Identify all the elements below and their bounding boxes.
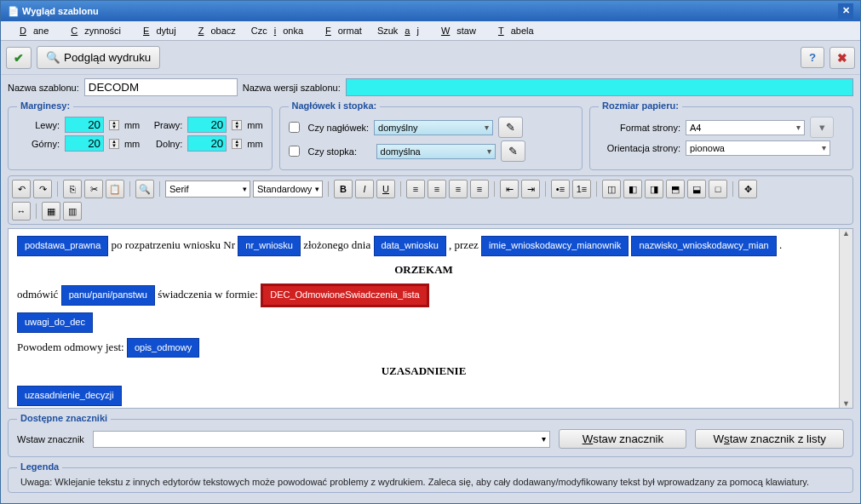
window-title: Wygląd szablonu — [22, 6, 99, 16]
menu-szukaj[interactable]: Szukaj — [370, 23, 426, 38]
editor-content[interactable]: podstawa_prawna po rozpatrzeniu wniosku … — [9, 229, 839, 408]
menu-czynnosci[interactable]: Czynności — [57, 23, 128, 38]
tag-uwagi-do-dec[interactable]: uwagi_do_dec — [17, 312, 93, 333]
marker-combo[interactable] — [93, 431, 551, 448]
menu-zobacz[interactable]: Zobacz — [185, 23, 243, 38]
version-name-input[interactable] — [346, 78, 853, 96]
text-segment: złożonego dnia — [303, 238, 373, 251]
menu-dane[interactable]: Dane — [6, 23, 55, 38]
tag-uzasadnienie-decyzji[interactable]: uzasadnienie_decyzji — [17, 386, 122, 406]
print-preview-button[interactable]: 🔍Podgląd wydruku — [37, 46, 160, 69]
app-icon: 📄 — [8, 6, 20, 16]
align-right-button[interactable]: ≡ — [449, 180, 468, 198]
bold-button[interactable]: B — [334, 180, 353, 198]
undo-button[interactable]: ↶ — [12, 180, 31, 198]
copy-button[interactable]: ⎘ — [63, 180, 82, 198]
template-name-label: Nazwa szablonu: — [8, 83, 79, 93]
border-none-button[interactable]: □ — [709, 180, 727, 198]
markers-legend: Dostępne znaczniki — [17, 413, 111, 423]
tag-nazwisko-wnioskodawcy[interactable]: nazwisko_wnioskodawcy_mian — [631, 236, 776, 256]
footer-combo[interactable]: domyślna — [376, 144, 496, 159]
menu-edytuj[interactable]: Edytuj — [129, 23, 183, 38]
text-segment: odmówić — [17, 288, 61, 301]
margin-right-spinner[interactable]: ▲▼ — [232, 120, 242, 130]
align-left-button[interactable]: ≡ — [406, 180, 425, 198]
menu-format[interactable]: Format — [312, 23, 369, 38]
pencil-icon: ✎ — [508, 145, 518, 158]
zoom-button[interactable]: 🔍 — [135, 180, 154, 198]
margin-top-label: Górny: — [17, 139, 60, 149]
tag-data-wniosku[interactable]: data_wniosku — [374, 236, 446, 256]
margin-top-spinner[interactable]: ▲▼ — [109, 139, 119, 149]
vertical-scrollbar[interactable]: ▲▼ — [839, 229, 852, 408]
indent-right-button[interactable]: ⇥ — [521, 180, 540, 198]
table-button-2[interactable]: ▥ — [63, 202, 82, 220]
font-family-combo[interactable]: Serif — [165, 180, 250, 198]
header-checkbox[interactable] — [289, 122, 300, 133]
margin-right-label: Prawy: — [145, 120, 182, 130]
editor-toolbar: ↶ ↷ ⎘ ✂ 📋 🔍 Serif Standardowy B I U ≡ ≡ … — [8, 175, 853, 225]
margin-bottom-spinner[interactable]: ▲▼ — [232, 139, 242, 149]
paper-orient-combo[interactable]: pionowa — [686, 140, 830, 156]
tag-imie-wnioskodawcy[interactable]: imie_wnioskodawcy_mianownik — [481, 236, 629, 256]
table-button-1[interactable]: ▦ — [42, 202, 60, 220]
border-left-button[interactable]: ◧ — [623, 180, 642, 198]
italic-button[interactable]: I — [355, 180, 374, 198]
margin-top-input[interactable] — [65, 135, 104, 152]
indent-left-button[interactable]: ⇤ — [500, 180, 519, 198]
paper-format-extra-button: ▾ — [810, 117, 834, 138]
underline-button[interactable]: U — [376, 180, 395, 198]
border-all-button[interactable]: ◫ — [602, 180, 621, 198]
menu-tabela[interactable]: Tabela — [485, 23, 541, 38]
font-style-combo[interactable]: Standardowy — [253, 180, 323, 198]
help-icon: ? — [809, 51, 816, 64]
help-button[interactable]: ? — [801, 47, 824, 68]
tag-panu-pani[interactable]: panu/pani/panstwu — [61, 285, 155, 306]
margin-right-input[interactable] — [187, 117, 227, 133]
paper-orient-label: Orientacja strony: — [599, 143, 680, 153]
insert-marker-from-list-button[interactable]: Wstaw znacznik z listy — [695, 429, 844, 449]
menu-czcionka[interactable]: Czcionka — [244, 23, 310, 38]
margin-left-label: Lewy: — [17, 120, 60, 130]
margin-left-input[interactable] — [65, 117, 104, 133]
insert-marker-button[interactable]: Wstaw znacznik — [559, 429, 686, 449]
main-toolbar: ✔ 🔍Podgląd wydruku ? ✖ — [1, 41, 860, 75]
tag-nr-wniosku[interactable]: nr_wniosku — [238, 236, 301, 256]
extra-button-1[interactable]: ↔ — [12, 202, 31, 220]
text-segment: , przez — [449, 238, 481, 251]
tag-opis-odmowy[interactable]: opis_odmowy — [127, 338, 199, 358]
menu-wstaw[interactable]: Wstaw — [428, 23, 483, 38]
tag-odmowione-swiadczenia[interactable]: DEC_OdmowioneSwiadczenia_lista — [261, 284, 428, 307]
close-button[interactable]: ✕ — [838, 3, 853, 19]
align-center-button[interactable]: ≡ — [428, 180, 446, 198]
paste-button[interactable]: 📋 — [106, 180, 124, 198]
header-edit-button[interactable]: ✎ — [498, 117, 523, 138]
heading-uzasadnienie: UZASADNIENIE — [17, 363, 830, 381]
header-combo[interactable]: domyślny — [374, 120, 493, 135]
paper-format-combo[interactable]: A4 — [686, 120, 805, 135]
border-bottom-button[interactable]: ⬓ — [687, 180, 706, 198]
tag-podstawa-prawna[interactable]: podstawa_prawna — [17, 236, 108, 256]
list-bullet-button[interactable]: •≡ — [551, 180, 570, 198]
footer-edit-button[interactable]: ✎ — [501, 140, 525, 162]
align-justify-button[interactable]: ≡ — [470, 180, 489, 198]
margin-bottom-input[interactable] — [187, 135, 227, 152]
magnifier-icon: 🔍 — [46, 51, 60, 64]
margin-top-unit: mm — [124, 139, 140, 149]
margins-fieldset: Marginesy: Lewy: ▲▼ mm Prawy: ▲▼ mm Górn… — [8, 106, 273, 170]
move-button[interactable]: ✥ — [738, 180, 757, 198]
list-number-button[interactable]: 1≡ — [572, 180, 591, 198]
border-top-button[interactable]: ⬒ — [666, 180, 685, 198]
header-footer-fieldset: Nagłówek i stopka: Czy nagłówek: domyśln… — [279, 106, 583, 170]
accept-button[interactable]: ✔ — [6, 47, 32, 69]
cancel-button[interactable]: ✖ — [829, 47, 855, 69]
text-segment: świadczenia w formie: — [158, 288, 258, 301]
cut-button[interactable]: ✂ — [84, 180, 103, 198]
redo-button[interactable]: ↷ — [33, 180, 52, 198]
template-name-input[interactable] — [84, 78, 238, 96]
paper-legend: Rozmiar papieru: — [599, 100, 682, 111]
margin-left-spinner[interactable]: ▲▼ — [109, 120, 119, 130]
footer-checkbox[interactable] — [289, 146, 300, 157]
border-right-button[interactable]: ◨ — [645, 180, 663, 198]
template-name-row: Nazwa szablonu: Nazwa wersji szablonu: — [1, 75, 860, 100]
